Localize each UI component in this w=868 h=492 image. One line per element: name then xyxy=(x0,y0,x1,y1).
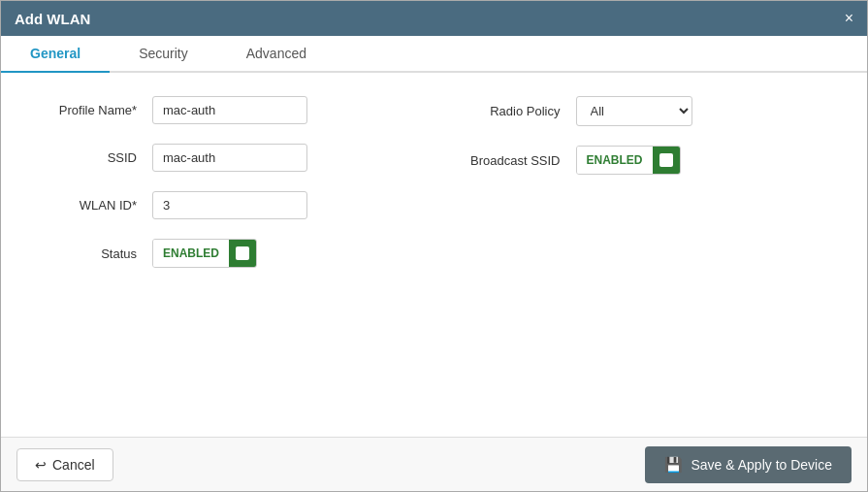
profile-name-label: Profile Name* xyxy=(30,103,137,117)
status-toggle-knob xyxy=(236,246,249,260)
form-grid: Profile Name* SSID WLAN ID* Status xyxy=(30,96,838,268)
broadcast-ssid-row: Broadcast SSID ENABLED xyxy=(454,146,839,175)
add-wlan-modal: Add WLAN × General Security Advanced Pro… xyxy=(0,0,868,492)
profile-name-input[interactable] xyxy=(152,96,307,124)
status-toggle-label: ENABLED xyxy=(153,240,229,267)
save-apply-button[interactable]: 💾 Save & Apply to Device xyxy=(645,446,852,483)
ssid-row: SSID xyxy=(30,144,415,172)
cancel-icon: ↩ xyxy=(35,457,47,473)
cancel-label: Cancel xyxy=(52,457,95,473)
broadcast-ssid-toggle-switch[interactable] xyxy=(653,147,680,174)
broadcast-ssid-label: Broadcast SSID xyxy=(454,153,561,168)
broadcast-ssid-toggle-label: ENABLED xyxy=(577,147,653,174)
right-column: Radio Policy All 2.4 GHz 5 GHz 6 GHz Bro… xyxy=(454,96,839,268)
wlan-id-input[interactable] xyxy=(152,191,307,219)
tab-bar: General Security Advanced xyxy=(1,36,867,73)
tab-general[interactable]: General xyxy=(1,36,110,73)
modal-footer: ↩ Cancel 💾 Save & Apply to Device xyxy=(1,437,867,491)
wlan-id-row: WLAN ID* xyxy=(30,191,415,219)
cancel-button[interactable]: ↩ Cancel xyxy=(16,448,113,481)
close-button[interactable]: × xyxy=(845,11,853,26)
left-column: Profile Name* SSID WLAN ID* Status xyxy=(30,96,415,268)
radio-policy-select[interactable]: All 2.4 GHz 5 GHz 6 GHz xyxy=(576,96,692,126)
status-label: Status xyxy=(30,246,137,261)
tab-advanced[interactable]: Advanced xyxy=(217,36,336,73)
radio-policy-label: Radio Policy xyxy=(454,104,561,118)
broadcast-ssid-toggle-knob xyxy=(659,153,673,167)
radio-policy-row: Radio Policy All 2.4 GHz 5 GHz 6 GHz xyxy=(454,96,839,126)
save-icon: 💾 xyxy=(664,456,683,474)
status-toggle-switch[interactable] xyxy=(229,240,256,267)
save-label: Save & Apply to Device xyxy=(691,457,832,473)
modal-title: Add WLAN xyxy=(15,11,90,27)
modal-body: Profile Name* SSID WLAN ID* Status xyxy=(1,73,867,437)
ssid-input[interactable] xyxy=(152,144,307,172)
ssid-label: SSID xyxy=(30,150,137,165)
broadcast-ssid-toggle[interactable]: ENABLED xyxy=(576,146,681,175)
modal-header: Add WLAN × xyxy=(1,1,867,36)
wlan-id-label: WLAN ID* xyxy=(30,198,137,213)
status-toggle[interactable]: ENABLED xyxy=(152,239,257,268)
status-row: Status ENABLED xyxy=(30,239,415,268)
profile-name-row: Profile Name* xyxy=(30,96,415,124)
tab-security[interactable]: Security xyxy=(110,36,217,73)
